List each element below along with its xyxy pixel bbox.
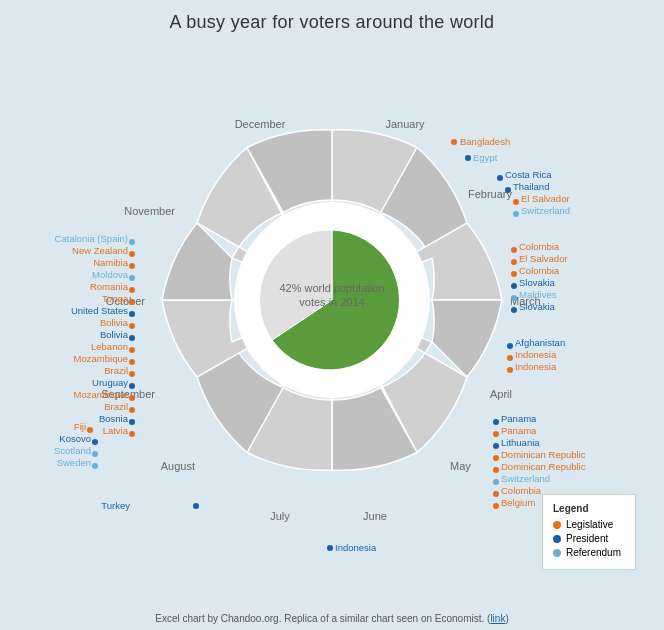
- svg-point-21: [505, 187, 511, 193]
- svg-point-89: [129, 335, 135, 341]
- svg-point-73: [129, 239, 135, 245]
- legislative-dot: [553, 521, 561, 529]
- svg-text:Egypt: Egypt: [473, 152, 498, 163]
- svg-point-71: [92, 463, 98, 469]
- svg-point-61: [193, 503, 199, 509]
- svg-text:April: April: [490, 388, 512, 400]
- svg-point-105: [129, 431, 135, 437]
- svg-point-25: [513, 211, 519, 217]
- svg-point-17: [465, 155, 471, 161]
- svg-text:Namibia: Namibia: [93, 257, 129, 268]
- referendum-dot: [553, 549, 561, 557]
- svg-point-69: [92, 451, 98, 457]
- svg-text:Catalonia (Spain): Catalonia (Spain): [55, 233, 128, 244]
- svg-text:Bolivia: Bolivia: [100, 317, 129, 328]
- svg-text:December: December: [235, 118, 286, 130]
- referendum-label: Referendum: [566, 547, 621, 558]
- svg-text:Romania: Romania: [90, 281, 129, 292]
- svg-text:June: June: [363, 510, 387, 522]
- svg-text:Fiji: Fiji: [74, 421, 86, 432]
- svg-text:Panama: Panama: [501, 425, 537, 436]
- svg-text:Belgium: Belgium: [501, 497, 535, 508]
- svg-text:Brazil: Brazil: [104, 365, 128, 376]
- svg-text:Bolivia: Bolivia: [100, 329, 129, 340]
- svg-text:Indonesia: Indonesia: [335, 542, 377, 553]
- svg-point-77: [129, 263, 135, 269]
- svg-text:Sweden: Sweden: [57, 457, 91, 468]
- chart-container: A busy year for voters around the world: [0, 0, 664, 630]
- svg-point-79: [129, 275, 135, 281]
- svg-text:May: May: [450, 460, 471, 472]
- svg-text:Dominican Republic: Dominican Republic: [501, 461, 586, 472]
- svg-point-59: [493, 503, 499, 509]
- svg-point-23: [513, 199, 519, 205]
- svg-text:Brazil: Brazil: [104, 401, 128, 412]
- svg-text:Panama: Panama: [501, 413, 537, 424]
- svg-point-27: [511, 247, 517, 253]
- svg-text:Moldova: Moldova: [92, 269, 129, 280]
- svg-point-99: [129, 395, 135, 401]
- svg-point-19: [497, 175, 503, 181]
- svg-text:January: January: [385, 118, 425, 130]
- svg-point-47: [493, 431, 499, 437]
- svg-text:Scotland: Scotland: [54, 445, 91, 456]
- svg-text:Dominican Republic: Dominican Republic: [501, 449, 586, 460]
- svg-point-57: [493, 491, 499, 497]
- svg-text:Mozambique: Mozambique: [74, 353, 128, 364]
- svg-point-37: [511, 307, 517, 313]
- svg-text:Switzerland: Switzerland: [501, 473, 550, 484]
- svg-text:Indonesia: Indonesia: [515, 361, 557, 372]
- svg-text:Costa Rica: Costa Rica: [505, 169, 552, 180]
- svg-point-75: [129, 251, 135, 257]
- chart-title: A busy year for voters around the world: [0, 0, 664, 33]
- svg-text:Colombia: Colombia: [501, 485, 542, 496]
- svg-point-45: [493, 419, 499, 425]
- svg-text:Lebanon: Lebanon: [91, 341, 128, 352]
- legend-title: Legend: [553, 503, 621, 514]
- svg-text:November: November: [124, 205, 175, 217]
- svg-point-39: [507, 343, 513, 349]
- svg-point-33: [511, 283, 517, 289]
- svg-text:Thailand: Thailand: [513, 181, 549, 192]
- svg-text:Uruguay: Uruguay: [92, 377, 128, 388]
- legend-item-president: President: [553, 533, 621, 544]
- svg-point-55: [493, 479, 499, 485]
- svg-point-95: [129, 371, 135, 377]
- svg-point-85: [129, 311, 135, 317]
- svg-point-103: [129, 419, 135, 425]
- svg-text:Afghanistan: Afghanistan: [515, 337, 565, 348]
- svg-point-41: [507, 355, 513, 361]
- svg-text:Lithuania: Lithuania: [501, 437, 540, 448]
- svg-text:Kosovo: Kosovo: [59, 433, 91, 444]
- svg-point-31: [511, 271, 517, 277]
- president-label: President: [566, 533, 608, 544]
- svg-text:Latvia: Latvia: [103, 425, 129, 436]
- svg-text:Indonesia: Indonesia: [515, 349, 557, 360]
- svg-point-53: [493, 467, 499, 473]
- svg-point-29: [511, 259, 517, 265]
- svg-point-51: [493, 455, 499, 461]
- svg-point-63: [327, 545, 333, 551]
- svg-point-87: [129, 323, 135, 329]
- svg-point-93: [129, 359, 135, 365]
- svg-point-91: [129, 347, 135, 353]
- svg-text:August: August: [161, 460, 195, 472]
- legislative-label: Legislative: [566, 519, 613, 530]
- svg-point-101: [129, 407, 135, 413]
- svg-text:Tonga: Tonga: [102, 293, 129, 304]
- svg-point-97: [129, 383, 135, 389]
- legend: Legend Legislative President Referendum: [542, 494, 636, 570]
- footer-link[interactable]: link: [490, 613, 505, 624]
- svg-point-35: [511, 295, 517, 301]
- svg-text:Slovakia: Slovakia: [519, 277, 556, 288]
- svg-point-49: [493, 443, 499, 449]
- svg-text:Bosnia: Bosnia: [99, 413, 129, 424]
- legend-item-legislative: Legislative: [553, 519, 621, 530]
- svg-text:El Salvador: El Salvador: [521, 193, 570, 204]
- svg-point-15: [451, 139, 457, 145]
- svg-text:Switzerland: Switzerland: [521, 205, 570, 216]
- svg-text:July: July: [270, 510, 290, 522]
- president-dot: [553, 535, 561, 543]
- legend-item-referendum: Referendum: [553, 547, 621, 558]
- svg-text:Maldives: Maldives: [519, 289, 557, 300]
